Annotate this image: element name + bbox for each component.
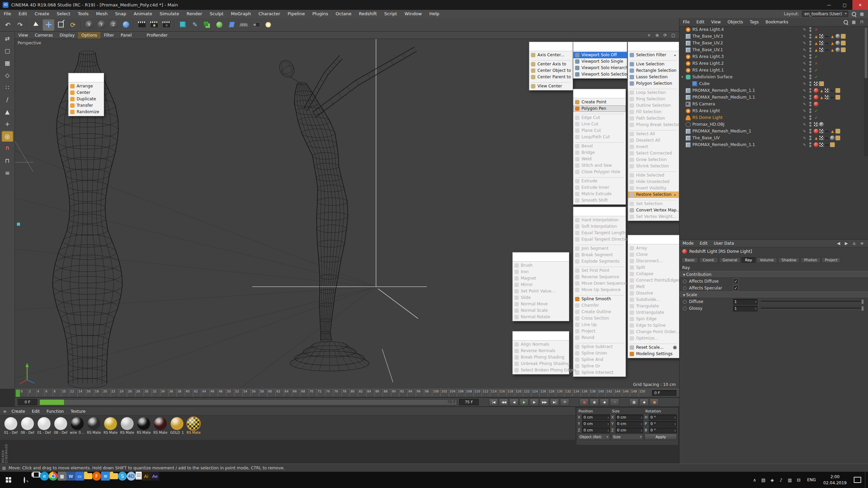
tag-dot2-icon[interactable]	[825, 34, 829, 39]
tag-ball-icon[interactable]	[835, 34, 840, 39]
menu-entry[interactable]: Spline Union	[573, 350, 626, 357]
menu-item[interactable]: Window	[401, 10, 426, 18]
transport-button-goto-start[interactable]: |◀	[489, 399, 498, 406]
visibility-dots[interactable]	[808, 54, 812, 59]
menu-entry[interactable]: Viewport Solo Hierarchy	[573, 65, 627, 71]
attribute-tab[interactable]: Basic	[682, 257, 698, 263]
menu-entry[interactable]: Select Broken Phong Edges	[513, 367, 569, 373]
toolbar-button[interactable]	[132, 19, 136, 30]
timeline-tick[interactable]: 136	[580, 389, 589, 397]
menu-entry[interactable]: Grow Selection	[628, 157, 679, 163]
toolbar-button-add-deformer[interactable]	[226, 19, 237, 30]
clock[interactable]: 2:00 02.04.2019	[820, 474, 850, 486]
visibility-dots[interactable]	[808, 95, 812, 100]
menu-entry[interactable]: Line Up	[573, 322, 626, 328]
menu-entry[interactable]: Change Point Order...	[628, 329, 679, 335]
menu-entry[interactable]: Soft Interpolation	[573, 223, 626, 230]
timeline-tick[interactable]: 86	[374, 389, 382, 397]
record-button-keyframe-selection[interactable]: ◆	[600, 399, 609, 406]
object-manager-menu-item[interactable]: File	[679, 18, 693, 26]
menu-entry[interactable]: Hide Selected	[628, 172, 679, 179]
object-name[interactable]: RS Area Light.1	[692, 68, 803, 73]
menu-item[interactable]: MoGraph	[227, 10, 255, 18]
tray-icon-network[interactable]: ▥	[785, 472, 794, 488]
menu-entry[interactable]: Collapse	[628, 271, 679, 277]
menu-entry[interactable]: Polygon Selection	[628, 80, 679, 87]
attribute-tab[interactable]: Coord.	[699, 257, 718, 263]
language-indicator[interactable]: ENG	[804, 477, 819, 482]
record-button-autokeying[interactable]: ◉	[590, 399, 599, 406]
checkbox[interactable]: ✓	[733, 285, 738, 291]
tag-tri-icon[interactable]	[814, 41, 818, 45]
popup-header[interactable]	[573, 207, 626, 216]
tag-grid-icon[interactable]	[819, 41, 824, 45]
menu-entry[interactable]: Move Down Sequence	[573, 280, 626, 287]
menu-entry[interactable]: Optimize...	[628, 335, 679, 342]
toolbar-button[interactable]	[79, 19, 83, 30]
menu-entry[interactable]: View Center	[529, 83, 573, 89]
menu-entry[interactable]: Transfer	[68, 102, 104, 109]
menu-entry[interactable]	[575, 341, 624, 343]
menu-entry[interactable]: Duplicate	[68, 96, 104, 102]
tag-tan-icon[interactable]	[841, 47, 846, 52]
menu-entry[interactable]: Modeling Settings	[628, 351, 679, 357]
tray-icon-onedrive[interactable]: ▤	[759, 472, 768, 488]
object-name[interactable]: RS Area Light.4	[692, 27, 803, 32]
timeline-tick[interactable]: 36	[168, 389, 176, 397]
popup-header[interactable]	[513, 252, 569, 262]
tag-check-icon[interactable]	[814, 68, 818, 73]
viewport-nav-icon-toggle-view[interactable]: ▢	[670, 33, 676, 38]
edit-icon[interactable]: ✎	[803, 88, 808, 93]
tag-tan-icon[interactable]	[835, 88, 840, 93]
menu-entry[interactable]: Reverse Normals	[513, 348, 569, 354]
toolbar-button-rotate[interactable]: ⟳	[67, 19, 79, 30]
menu-entry[interactable]: Magnet	[513, 275, 569, 282]
material-preview-sphere[interactable]	[154, 417, 167, 430]
toolbar-button-redo[interactable]: ↷	[14, 19, 26, 30]
menu-entry[interactable]: Weld	[573, 156, 626, 162]
timeline-tick[interactable]: 42	[193, 389, 201, 397]
timeline-tick[interactable]: 66	[292, 389, 300, 397]
object-name[interactable]: RS Area Light.2	[692, 61, 803, 66]
menu-entry[interactable]: Bevel	[573, 143, 626, 149]
menu-item[interactable]: Tools	[74, 10, 92, 18]
tag-grid-icon[interactable]	[825, 95, 829, 100]
visibility-dots[interactable]	[808, 75, 812, 79]
object-row-RS Area Light.2[interactable]: RS Area Light.2 ✎	[679, 60, 864, 67]
object-row-The_Base_UV[interactable]: The_Base_UV ✎	[679, 135, 864, 141]
menu-entry[interactable]: Viewport Solo Single	[573, 58, 627, 65]
taskbar-app-mail[interactable]: ✉	[101, 472, 110, 481]
object-name[interactable]: Promax_HD.OBJ	[692, 122, 803, 127]
object-manager-menu-item[interactable]: Objects	[724, 18, 746, 26]
taskbar-app-firefox[interactable]: F	[92, 472, 101, 481]
menu-item[interactable]: Pipeline	[284, 10, 309, 18]
attribute-menu-item[interactable]: User Data	[711, 241, 737, 246]
menu-item[interactable]: Create	[31, 10, 53, 18]
tag-ballred-icon[interactable]	[814, 95, 818, 100]
timeline-tick[interactable]: 44	[201, 389, 209, 397]
taskbar-app-remote-desktop[interactable]: ▭	[75, 472, 84, 481]
timeline-tick[interactable]: 146	[622, 389, 630, 397]
tag-ball-icon[interactable]	[835, 47, 840, 52]
tray-icon-tray-app[interactable]: ◈	[768, 472, 776, 488]
timeline-tick[interactable]: 60	[267, 389, 275, 397]
tool-button-points-mode[interactable]: ∷	[2, 82, 13, 93]
timeline-tick[interactable]: 6	[44, 389, 53, 397]
visibility-dots[interactable]	[808, 108, 812, 113]
timeline-tick[interactable]: 16	[86, 389, 94, 397]
tag-ballred-icon[interactable]	[814, 88, 818, 93]
popup-header[interactable]	[529, 42, 573, 51]
object-name[interactable]: Subdivision Surface	[692, 75, 803, 79]
menu-entry[interactable]: Equal Tangent Length	[573, 230, 626, 236]
menu-item[interactable]: Redshift	[355, 10, 380, 18]
menu-entry[interactable]: Normal Move	[513, 301, 569, 307]
menu-entry[interactable]: Normal Scale	[513, 307, 569, 314]
menu-entry[interactable]: Select Connected	[628, 150, 679, 157]
timeline-tick[interactable]: 54	[242, 389, 251, 397]
menu-entry[interactable]: Line Cut	[573, 121, 626, 127]
action-center-icon[interactable]	[851, 472, 864, 488]
timeline-tick[interactable]: 74	[325, 389, 333, 397]
material-preview-sphere[interactable]	[121, 417, 134, 430]
toolbar-button-y-axis-lock[interactable]: Y	[96, 19, 107, 30]
tag-dot2-icon[interactable]	[825, 142, 829, 147]
